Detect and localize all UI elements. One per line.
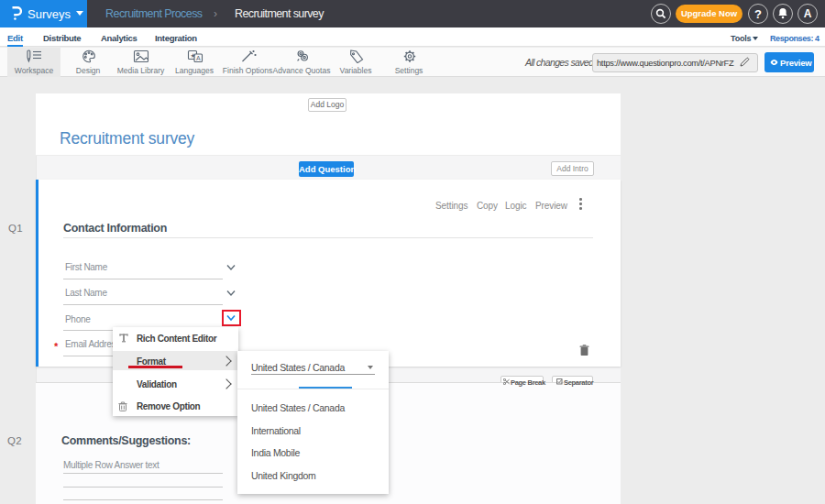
svg-text:A: A	[196, 55, 201, 61]
svg-text:★: ★	[191, 52, 196, 59]
